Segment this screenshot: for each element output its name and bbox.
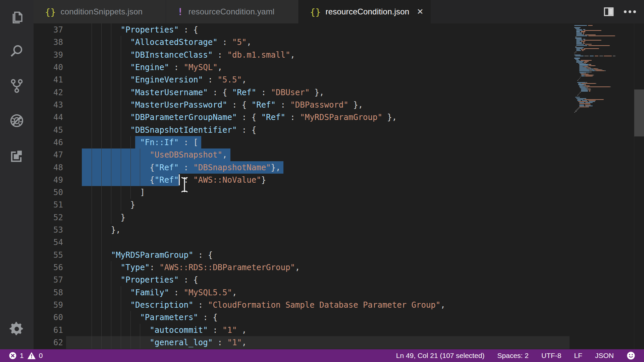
activity-bar-item-explorer[interactable] [0, 2, 34, 33]
token: : { [237, 113, 261, 122]
split-editor-icon[interactable] [603, 6, 614, 17]
token: "Properties" [121, 25, 179, 35]
minimap-line [577, 95, 578, 96]
code-text: "Parameters" : { [82, 311, 218, 324]
code-line-62[interactable]: 62 "general_log" : "1", [34, 336, 644, 349]
code-line-54[interactable]: 54 [34, 236, 644, 249]
status-encoding[interactable]: UTF-8 [541, 352, 561, 360]
minimap-line [586, 87, 588, 88]
code-line-44[interactable]: 44 "DBParameterGroupName" : { "Ref" : "M… [34, 111, 644, 124]
code-line-41[interactable]: 41 "EngineVersion" : "5.5", [34, 73, 644, 86]
error-count[interactable]: 1 [9, 352, 24, 360]
editor-pane[interactable]: 37 "Properties" : {38 "AllocatedStorage"… [34, 23, 644, 349]
code-line-39[interactable]: 39 "DBInstanceClass" : "db.m1.small", [34, 49, 644, 61]
minimap-line [584, 99, 604, 100]
code-line-56[interactable]: 56 "Type": "AWS::RDS::DBParameterGroup", [34, 261, 644, 274]
code-line-45[interactable]: 45 "DBSnapshotIdentifier" : { [34, 124, 644, 136]
activity-bar-item-extensions[interactable] [0, 141, 34, 172]
minimap-line [576, 48, 583, 49]
token: "MySQL" [183, 63, 217, 72]
code-line-51[interactable]: 51 } [34, 198, 644, 211]
code-line-57[interactable]: 57 "Properties" : { [34, 274, 644, 286]
code-text: }, [82, 224, 121, 236]
token: , [290, 50, 295, 60]
tab-label: resourceCondition.yaml [189, 7, 275, 16]
tab-resourceCondition.json[interactable]: {}resourceCondition.json✕ [299, 0, 431, 23]
editor-scrollbar[interactable] [634, 23, 644, 349]
activity-bar-item-debug[interactable] [0, 106, 34, 137]
minimap-line [589, 68, 592, 69]
minimap[interactable] [570, 23, 634, 349]
code-line-53[interactable]: 53 }, [34, 224, 644, 236]
warning-icon [27, 352, 36, 360]
code-line-38[interactable]: 38 "AllocatedStorage" : "5", [34, 36, 644, 49]
line-number: 49 [34, 174, 63, 186]
token: "DBSnapshotName" [193, 163, 271, 172]
code-line-61[interactable]: 61 "autocommit" : "1" , [34, 324, 644, 337]
warning-count[interactable]: 0 [27, 352, 43, 360]
minimap-line [575, 37, 577, 37]
status-feedback[interactable] [627, 351, 635, 360]
minimap-line [579, 86, 586, 87]
code-line-37[interactable]: 37 "Properties" : { [34, 23, 644, 36]
token: : [150, 263, 159, 272]
code-text: "Fn::If" : [ [82, 136, 198, 149]
minimap-line [578, 63, 584, 64]
scrollbar-slider[interactable] [634, 89, 644, 136]
code-line-46[interactable]: 46 "Fn::If" : [ [34, 136, 644, 149]
activity-bar-item-search[interactable] [0, 36, 34, 67]
token: } [261, 175, 266, 185]
status-cursor-position[interactable]: Ln 49, Col 21 (107 selected) [396, 352, 485, 360]
activity-bar-item-settings[interactable] [0, 314, 34, 345]
tab-resourceCondition.yaml[interactable]: !resourceCondition.yaml [166, 0, 299, 23]
minimap-line [581, 49, 585, 50]
minimap-line [583, 42, 584, 43]
code-line-40[interactable]: 40 "Engine" : "MySQL", [34, 61, 644, 74]
minimap-line [576, 50, 581, 51]
problems-summary[interactable]: 1 0 [0, 352, 43, 360]
activity-bar [0, 0, 34, 349]
close-icon[interactable]: ✕ [417, 8, 423, 16]
minimap-line [604, 70, 606, 71]
code-line-59[interactable]: 59 "Description" : "CloudFormation Sampl… [34, 299, 644, 311]
tab-conditionSnippets.json[interactable]: {}conditionSnippets.json [34, 0, 166, 23]
status-language-mode[interactable]: JSON [595, 352, 614, 360]
code-line-60[interactable]: 60 "Parameters" : { [34, 311, 644, 324]
minimap-line [576, 36, 587, 36]
minimap-line [592, 76, 593, 76]
minimap-line [577, 109, 579, 109]
minimap-line [574, 58, 580, 58]
search-icon [9, 43, 25, 60]
minimap-line [591, 69, 594, 70]
minimap-line [601, 69, 602, 70]
token: , [222, 150, 227, 160]
minimap-line [579, 102, 585, 103]
line-number: 61 [34, 324, 63, 337]
code-line-55[interactable]: 55 "MyRDSParamGroup" : { [34, 249, 644, 261]
activity-bar-item-source-control[interactable] [0, 71, 34, 102]
status-eol-sequence[interactable]: LF [574, 352, 582, 360]
count-value: 0 [39, 352, 43, 360]
code-line-49[interactable]: 49 {"Ref" : "AWS::NoValue"} [34, 174, 644, 186]
status-indentation[interactable]: Spaces: 2 [497, 352, 529, 360]
minimap-line [577, 80, 578, 81]
minimap-line [585, 82, 587, 83]
code-line-42[interactable]: 42 "MasterUsername" : { "Ref" : "DBUser"… [34, 86, 644, 99]
code-text: ] [82, 186, 145, 199]
code-text: "UseDBSnapshot", [82, 148, 227, 161]
token: : [193, 300, 208, 310]
token: "MasterUserPassword" [130, 100, 227, 110]
code-line-48[interactable]: 48 {"Ref" : "DBSnapshotName"}, [34, 161, 644, 174]
more-actions-icon[interactable] [623, 9, 637, 14]
token: : { [193, 250, 213, 260]
minimap-line [590, 67, 591, 68]
code-line-50[interactable]: 50 ] [34, 186, 644, 199]
code-line-43[interactable]: 43 "MasterUserPassword" : { "Ref" : "DBP… [34, 99, 644, 111]
code-text: "AllocatedStorage" : "5", [82, 36, 252, 49]
error-icon [9, 352, 17, 360]
code-line-47[interactable]: 47 "UseDBSnapshot", [34, 148, 644, 161]
token: "Ref" [252, 100, 276, 110]
code-line-52[interactable]: 52 } [34, 211, 644, 224]
minimap-line [581, 74, 588, 74]
code-line-58[interactable]: 58 "Family" : "MySQL5.5", [34, 286, 644, 299]
